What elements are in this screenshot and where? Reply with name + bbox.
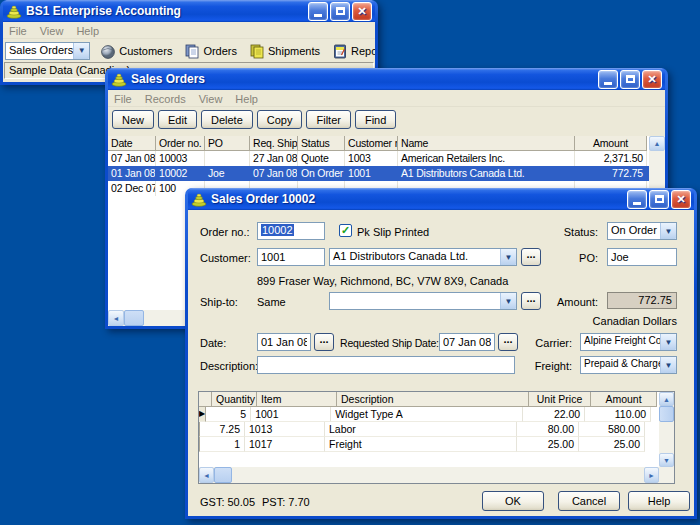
po-input[interactable] [607,248,677,266]
item-row[interactable]: ▶ 5 1001 Widget Type A 22.00 110.00 [199,407,659,422]
shipments-button[interactable]: Shipments [247,42,322,60]
chevron-down-icon[interactable]: ▼ [73,43,89,59]
find-button[interactable]: Find [355,110,396,129]
cell-description: Labor [325,422,517,437]
cell-date: 07 Jan 08 [108,151,156,166]
description-input[interactable] [257,356,515,374]
customer-no-input[interactable] [257,248,325,266]
main-titlebar[interactable]: BS1 Enterprise Accounting ✕ [3,0,375,22]
chevron-down-icon[interactable]: ▼ [500,293,516,309]
freight-value: Prepaid & Charge [581,357,660,373]
scroll-up-icon[interactable]: ▲ [659,392,674,406]
menu-view[interactable]: View [199,93,223,105]
scrollbar-thumb[interactable] [124,310,144,326]
horizontal-scrollbar[interactable]: ◄ ► [199,467,659,483]
chevron-down-icon[interactable]: ▼ [660,223,676,239]
col-status[interactable]: Status [298,136,345,151]
menu-view[interactable]: View [40,25,64,37]
cell-unit-price: 80.00 [517,422,579,437]
order-no-input[interactable]: 10002 [257,222,325,240]
col-amount[interactable]: Amount [575,136,647,151]
vertical-scrollbar[interactable]: ▲ ▼ [659,392,674,467]
delete-button[interactable]: Delete [201,110,253,129]
scrollbar-thumb[interactable] [659,406,674,422]
table-row-selected[interactable]: 01 Jan 08 10002 Joe 07 Jan 08 On Order 1… [108,166,665,181]
freight-select[interactable]: Prepaid & Charge ▼ [580,356,677,374]
cancel-button[interactable]: Cancel [558,491,620,511]
col-quantity[interactable]: Quantity [212,392,257,407]
carrier-select[interactable]: Alpine Freight Co. ▼ [580,333,677,351]
minimize-button[interactable] [308,2,328,21]
date-picker-button[interactable]: ... [314,333,334,351]
scrollbar-thumb[interactable] [214,467,232,483]
date-input[interactable] [257,333,311,351]
maximize-button[interactable] [620,70,640,89]
ok-button[interactable]: OK [482,491,544,511]
scroll-right-icon[interactable]: ► [644,467,659,483]
maximize-button[interactable] [330,2,350,21]
row-selector-header [199,392,212,407]
new-button[interactable]: New [112,110,154,129]
close-button[interactable]: ✕ [642,70,662,89]
col-name[interactable]: Name [398,136,575,151]
close-button[interactable]: ✕ [352,2,372,21]
reports-label: Reports [351,45,375,57]
req-ship-input[interactable] [439,333,495,351]
desktop: BS1 Enterprise Accounting ✕ File View He… [0,0,700,525]
status-select[interactable]: On Order ▼ [607,222,677,240]
cell-amount: 580.00 [579,422,645,437]
cell-unit-price: 25.00 [517,437,579,452]
menu-help[interactable]: Help [235,93,258,105]
scroll-left-icon[interactable]: ◄ [108,310,124,326]
module-select[interactable]: Sales Orders ▼ [5,42,90,60]
menu-file[interactable]: File [114,93,132,105]
item-row[interactable]: 1 1017 Freight 25.00 25.00 [199,437,659,452]
orders-titlebar[interactable]: Sales Orders ✕ [108,68,665,90]
col-unit-price[interactable]: Unit Price [529,392,591,407]
col-order-no[interactable]: Order no. [156,136,205,151]
cell-po: Joe [205,166,250,181]
close-button[interactable]: ✕ [671,190,691,209]
orders-window-title: Sales Orders [131,72,594,86]
col-po[interactable]: PO [205,136,250,151]
reports-button[interactable]: Reports [330,42,375,60]
item-row[interactable]: 7.25 1013 Labor 80.00 580.00 [199,422,659,437]
amount-readonly: 772.75 [607,292,677,309]
scroll-up-icon[interactable]: ▲ [649,136,665,151]
chevron-down-icon[interactable]: ▼ [660,334,676,350]
scroll-down-icon[interactable]: ▼ [659,453,674,467]
ship-to-select[interactable]: ▼ [329,292,517,310]
col-req-ship[interactable]: Req. Ship [250,136,298,151]
col-date[interactable]: Date [108,136,156,151]
menu-records[interactable]: Records [145,93,186,105]
col-amount[interactable]: Amount [591,392,657,407]
cell-status: Quote [298,151,345,166]
maximize-button[interactable] [649,190,669,209]
filter-button[interactable]: Filter [306,110,350,129]
customer-label: Customer: [200,252,251,266]
col-item[interactable]: Item [257,392,337,407]
customer-name-select[interactable]: A1 Distributors Canada Ltd. ▼ [329,248,517,266]
chevron-down-icon[interactable]: ▼ [500,249,516,265]
menu-help[interactable]: Help [76,25,99,37]
minimize-button[interactable] [627,190,647,209]
chevron-down-icon[interactable]: ▼ [660,357,676,373]
help-button[interactable]: Help [628,491,690,511]
orders-button[interactable]: Orders [182,42,239,60]
order-no-label: Order no.: [200,226,250,240]
table-row[interactable]: 07 Jan 08 10003 27 Jan 08 Quote 1003 Ame… [108,151,665,166]
col-description[interactable]: Description [337,392,529,407]
col-customer-no[interactable]: Customer no. [345,136,398,151]
edit-button[interactable]: Edit [158,110,197,129]
pk-slip-checkbox[interactable]: ✓ [339,224,352,237]
dialog-titlebar[interactable]: Sales Order 10002 ✕ [188,188,694,210]
freight-label: Freight: [504,360,572,374]
scroll-left-icon[interactable]: ◄ [199,467,214,483]
copy-button[interactable]: Copy [257,110,303,129]
cell-description: Freight [325,437,517,452]
customers-button[interactable]: Customers [98,42,174,60]
menu-file[interactable]: File [9,25,27,37]
cell-quantity: 7.25 [200,422,245,437]
pst-total: PST: 7.70 [262,496,310,510]
minimize-button[interactable] [598,70,618,89]
